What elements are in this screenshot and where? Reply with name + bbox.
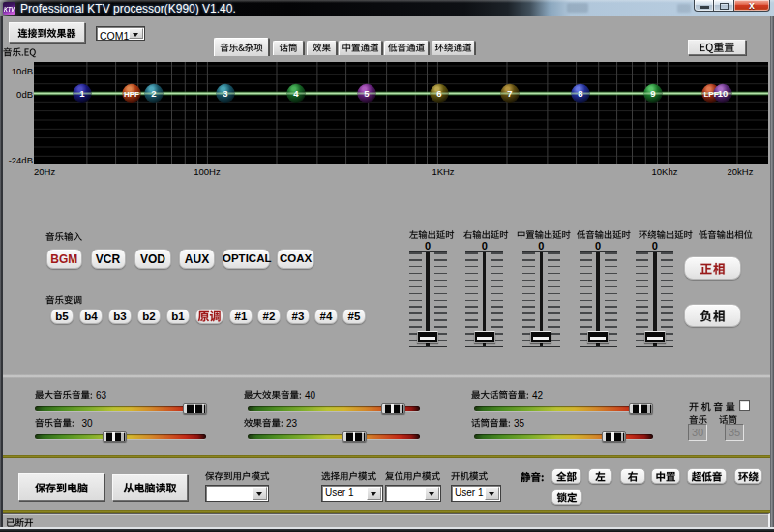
svg-text:8: 8 (578, 88, 582, 99)
svg-text:1: 1 (79, 88, 85, 99)
svg-text:3: 3 (223, 88, 227, 99)
svg-text:7: 7 (507, 88, 512, 99)
svg-text:5: 5 (364, 88, 370, 99)
svg-text:2: 2 (151, 88, 156, 99)
svg-text:LPF: LPF (703, 90, 718, 99)
svg-text:9: 9 (650, 88, 655, 99)
svg-text:HPF: HPF (124, 90, 139, 99)
svg-text:6: 6 (436, 88, 441, 99)
svg-text:10: 10 (718, 88, 729, 99)
svg-text:4: 4 (293, 88, 299, 99)
